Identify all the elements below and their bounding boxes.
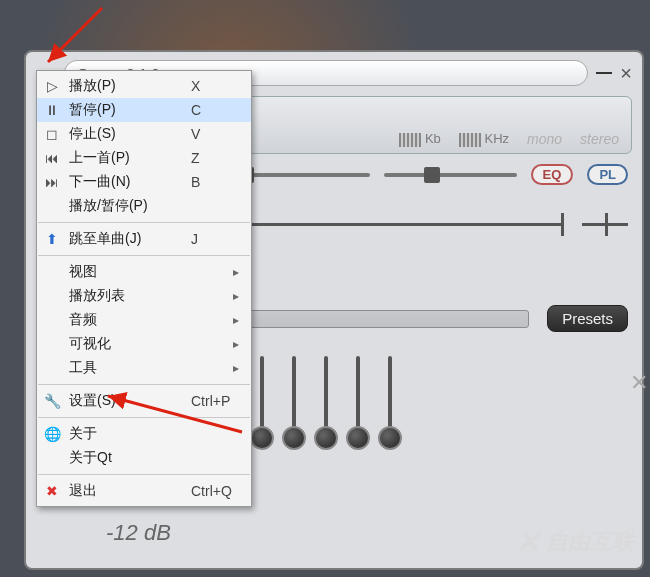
pl-button[interactable]: PL	[587, 164, 628, 185]
submenu-arrow-icon: ▸	[233, 289, 239, 303]
menu-separator	[38, 417, 250, 418]
pause-icon: ⏸	[43, 101, 61, 119]
stop-icon: ◻	[43, 125, 61, 143]
menu-tools[interactable]: 工具 ▸	[37, 356, 251, 380]
eq-band-10[interactable]	[388, 356, 392, 446]
balance-mini[interactable]	[582, 223, 628, 226]
next-icon: ⏭	[43, 173, 61, 191]
menu-separator	[38, 255, 250, 256]
eq-button[interactable]: EQ	[531, 164, 574, 185]
menu-pause[interactable]: ⏸ 暂停(P) C	[37, 98, 251, 122]
submenu-arrow-icon: ▸	[233, 265, 239, 279]
play-icon: ▷	[43, 77, 61, 95]
equalizer-close-icon[interactable]: ✕	[630, 370, 648, 396]
menu-exit[interactable]: ✖ 退出 Ctrl+Q	[37, 479, 251, 503]
prev-icon: ⏮	[43, 149, 61, 167]
menu-view[interactable]: 视图 ▸	[37, 260, 251, 284]
menu-audio[interactable]: 音频 ▸	[37, 308, 251, 332]
mono-label: mono	[527, 131, 562, 147]
exit-icon: ✖	[43, 482, 61, 500]
menu-stop[interactable]: ◻ 停止(S) V	[37, 122, 251, 146]
context-menu: ▷ 播放(P) X ⏸ 暂停(P) C ◻ 停止(S) V ⏮ 上一首(P) Z…	[36, 70, 252, 507]
db-label: -12 dB	[106, 520, 171, 546]
eq-band-9[interactable]	[356, 356, 360, 446]
menu-next[interactable]: ⏭ 下一曲(N) B	[37, 170, 251, 194]
submenu-arrow-icon: ▸	[233, 313, 239, 327]
menu-playpause[interactable]: 播放/暂停(P)	[37, 194, 251, 218]
menu-separator	[38, 222, 250, 223]
presets-button[interactable]: Presets	[547, 305, 628, 332]
menu-visual[interactable]: 可视化 ▸	[37, 332, 251, 356]
jump-icon: ⬆	[43, 230, 61, 248]
eq-band-6[interactable]	[260, 356, 264, 446]
eq-band-7[interactable]	[292, 356, 296, 446]
menu-settings[interactable]: 🔧 设置(S) Ctrl+P	[37, 389, 251, 413]
submenu-arrow-icon: ▸	[233, 361, 239, 375]
menu-about-qt[interactable]: 关于Qt	[37, 446, 251, 470]
menu-separator	[38, 384, 250, 385]
bitrate-label: Kb	[399, 131, 441, 147]
balance-slider[interactable]	[384, 173, 516, 177]
globe-icon: 🌐	[43, 425, 61, 443]
minimize-icon[interactable]	[596, 72, 612, 74]
close-icon[interactable]: ×	[620, 62, 632, 85]
menu-about[interactable]: 🌐 关于	[37, 422, 251, 446]
freq-label: KHz	[459, 131, 509, 147]
eq-band-8[interactable]	[324, 356, 328, 446]
watermark: ✕ 自由互联	[515, 524, 634, 559]
submenu-arrow-icon: ▸	[233, 337, 239, 351]
wrench-icon: 🔧	[43, 392, 61, 410]
menu-play[interactable]: ▷ 播放(P) X	[37, 74, 251, 98]
menu-prev[interactable]: ⏮ 上一首(P) Z	[37, 146, 251, 170]
menu-jump[interactable]: ⬆ 跳至单曲(J) J	[37, 227, 251, 251]
menu-separator	[38, 474, 250, 475]
menu-playlist[interactable]: 播放列表 ▸	[37, 284, 251, 308]
stereo-label: stereo	[580, 131, 619, 147]
